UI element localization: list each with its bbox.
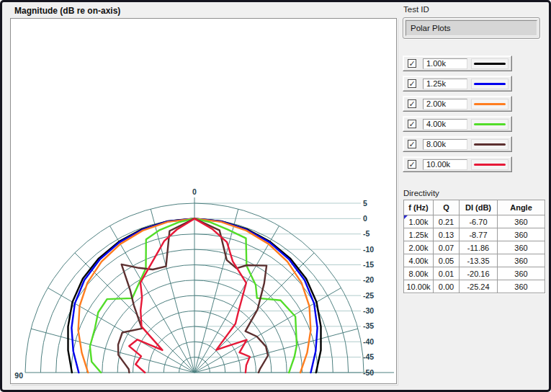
legend-line-1.00k	[474, 63, 506, 65]
svg-text:-20: -20	[363, 275, 374, 284]
table-row-1.25k: 1.25k0.13-8.77360	[404, 228, 545, 241]
table-row-1.00k: 1.00k0.21-6.70360	[404, 215, 545, 228]
selection-corner-marker	[404, 215, 408, 219]
svg-text:5: 5	[363, 199, 367, 208]
cell-8.00k-col1: 0.01	[434, 267, 460, 280]
table-row-2.00k: 2.00k0.07-11.86360	[404, 241, 545, 254]
cell-2.00k-col2: -11.86	[460, 241, 498, 254]
legend-row-4.00k: ✓4.00k	[403, 116, 512, 132]
cell-2.00k-col0: 2.00k	[404, 241, 434, 254]
table-row-8.00k: 8.00k0.01-20.16360	[404, 267, 545, 280]
svg-text:-35: -35	[363, 321, 374, 330]
cell-8.00k-col3: 360	[498, 267, 545, 280]
svg-text:90: 90	[14, 371, 23, 380]
legend-frequency-field-1.00k[interactable]: 1.00k	[423, 58, 467, 69]
test-id-input[interactable]: Polar Plots	[406, 20, 537, 36]
svg-text:0: 0	[192, 187, 197, 196]
cell-8.00k-col2: -20.16	[460, 267, 498, 280]
legend-line-1.25k	[474, 83, 506, 85]
legend-checkbox-8.00k[interactable]: ✓	[408, 140, 416, 148]
legend-checkbox-4.00k[interactable]: ✓	[408, 120, 416, 128]
cell-1.25k-col1: 0.13	[434, 228, 460, 241]
legend-checkbox-10.00k[interactable]: ✓	[408, 160, 416, 169]
svg-text:-5: -5	[363, 229, 369, 238]
column-header-angle: Angle	[498, 200, 545, 215]
cell-2.00k-col3: 360	[498, 241, 545, 254]
legend-row-2.00k: ✓2.00k	[403, 96, 512, 112]
legend-line-2.00k	[474, 103, 506, 105]
cell-1.25k-col2: -8.77	[460, 228, 498, 241]
cell-1.00k-col1: 0.21	[434, 215, 460, 228]
legend-color-swatch-10.00k	[471, 159, 509, 170]
legend-line-8.00k	[474, 143, 506, 146]
cell-1.00k-col2: -6.70	[460, 215, 498, 228]
cell-8.00k-col0: 8.00k	[404, 267, 434, 280]
svg-text:-25: -25	[363, 291, 374, 300]
table-row-10.00k: 10.00k0.00-25.24360	[404, 280, 545, 293]
legend-color-swatch-1.00k	[471, 58, 509, 69]
polar-chart: 50-5-10-15-20-25-30-35-40-45-50090	[11, 19, 396, 383]
cell-4.00k-col1: 0.05	[434, 254, 460, 267]
cell-10.00k-col1: 0.00	[434, 280, 460, 293]
cell-1.25k-col0: 1.25k	[404, 228, 434, 241]
svg-text:-15: -15	[363, 260, 374, 269]
legend-frequency-field-4.00k[interactable]: 4.00k	[423, 119, 467, 130]
window: Magnitude (dB re on-axis) 50-5-10-15-20-…	[0, 0, 551, 392]
cell-10.00k-col0: 10.00k	[404, 280, 434, 293]
svg-text:-40: -40	[363, 337, 374, 346]
test-id-box: Polar Plots	[403, 17, 540, 39]
legend-frequency-field-1.25k[interactable]: 1.25k	[423, 79, 467, 89]
plot-title: Magnitude (dB re on-axis)	[14, 6, 120, 16]
cell-2.00k-col1: 0.07	[434, 241, 460, 254]
svg-text:-30: -30	[363, 306, 374, 315]
svg-text:-10: -10	[363, 245, 374, 254]
legend-frequency-field-8.00k[interactable]: 8.00k	[423, 139, 467, 150]
table-row-4.00k: 4.00k0.05-13.35360	[404, 254, 545, 267]
cell-4.00k-col0: 4.00k	[404, 254, 434, 267]
cell-10.00k-col3: 360	[498, 280, 545, 293]
legend-checkbox-1.25k[interactable]: ✓	[408, 79, 416, 88]
legend-row-1.25k: ✓1.25k	[403, 76, 512, 92]
legend-row-8.00k: ✓8.00k	[403, 136, 512, 152]
svg-text:-50: -50	[363, 368, 374, 377]
column-header-di-db-: DI (dB)	[460, 200, 498, 215]
legend-line-4.00k	[474, 123, 506, 125]
test-id-label: Test ID	[403, 5, 429, 14]
legend-frequency-field-2.00k[interactable]: 2.00k	[423, 99, 467, 110]
directivity-header-row: f (Hz)QDI (dB)Angle	[404, 200, 545, 215]
cell-1.00k-col0: 1.00k	[404, 215, 434, 228]
legend-row-10.00k: ✓10.00k	[403, 156, 512, 172]
cell-1.25k-col3: 360	[498, 228, 545, 241]
legend-row-1.00k: ✓1.00k	[403, 55, 512, 71]
cell-4.00k-col3: 360	[498, 254, 545, 267]
directivity-label: Directivity	[403, 189, 439, 197]
legend-checkbox-2.00k[interactable]: ✓	[408, 99, 416, 108]
legend-frequency-field-10.00k[interactable]: 10.00k	[423, 159, 467, 170]
svg-text:-45: -45	[363, 352, 374, 361]
legend-line-10.00k	[474, 164, 506, 166]
directivity-table: f (Hz)QDI (dB)Angle1.00k0.21-6.703601.25…	[403, 200, 545, 293]
cell-4.00k-col2: -13.35	[460, 254, 498, 267]
legend-color-swatch-1.25k	[471, 79, 509, 89]
column-header-q: Q	[434, 200, 460, 215]
column-header-f-hz-: f (Hz)	[404, 200, 434, 215]
polar-plot-panel: 50-5-10-15-20-25-30-35-40-45-50090	[10, 18, 397, 384]
legend-checkbox-1.00k[interactable]: ✓	[408, 59, 416, 68]
legend-color-swatch-2.00k	[471, 99, 509, 110]
cell-10.00k-col2: -25.24	[460, 280, 498, 293]
svg-text:0: 0	[363, 214, 367, 223]
legend-color-swatch-8.00k	[471, 139, 509, 150]
cell-1.00k-col3: 360	[498, 215, 545, 228]
legend-color-swatch-4.00k	[471, 119, 509, 130]
